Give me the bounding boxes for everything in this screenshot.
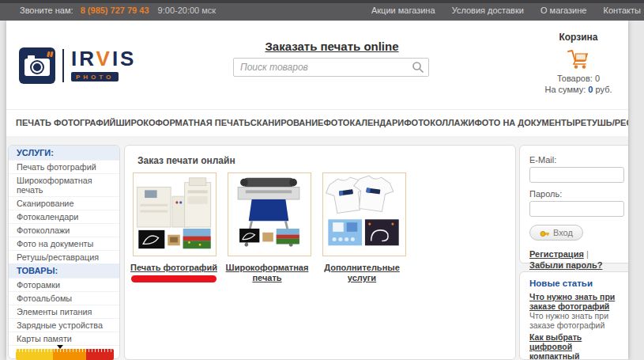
ruler-ticks <box>16 349 114 352</box>
sidebar-item-scanning[interactable]: Сканирование <box>9 196 119 210</box>
sidebar: УСЛУГИ: Печать фотографий Широкоформатна… <box>8 145 120 359</box>
article-link-order-photos[interactable]: Что нужно знать при заказе фотографий <box>529 292 624 311</box>
main-content: Заказ печати онлайн <box>124 145 516 360</box>
sidebar-item-frames[interactable]: Фоторамки <box>9 278 119 291</box>
cart-items-count: Товаров: 0 <box>537 73 620 84</box>
page-title: Заказ печати онлайн <box>125 146 515 166</box>
nav-item-calendars[interactable]: ФОТОКАЛЕНДАРИ <box>323 118 404 127</box>
topbar-link-about[interactable]: О магазине <box>540 6 586 15</box>
forgot-password-link[interactable]: Забыли пароль? <box>529 260 602 270</box>
topbar-links: Акции магазина Условия доставки О магази… <box>357 6 641 15</box>
card-wide-format-label[interactable]: Широкоформатная печать <box>218 263 316 283</box>
key-icon <box>540 228 549 237</box>
highlight-underline-bar <box>131 275 217 282</box>
tshirts-and-collages-image <box>323 173 404 254</box>
page: IRVIS PHOTO Заказать печать online Корзи… <box>6 21 628 360</box>
cart-title: Корзина <box>537 32 620 43</box>
sidebar-products-header: ТОВАРЫ: <box>9 263 119 278</box>
sidebar-item-albums[interactable]: Фотоальбомы <box>9 291 119 305</box>
minilab-machine-image <box>134 173 214 254</box>
cart-widget: Корзина Товаров: 0 На сумму: 0 руб. <box>537 32 620 95</box>
card-wide-format-image[interactable] <box>228 172 311 256</box>
working-hours: 9:00-20:00 мск <box>158 6 217 15</box>
login-button[interactable]: Вход <box>529 225 583 241</box>
topbar-link-delivery[interactable]: Условия доставки <box>452 6 524 15</box>
logo-name: IRVIS <box>71 49 136 68</box>
site-logo[interactable]: IRVIS PHOTO <box>19 47 136 84</box>
sidebar-item-batteries-power[interactable]: Элементы питания <box>9 305 119 318</box>
topbar-strip <box>0 0 644 3</box>
search-icon[interactable] <box>412 61 424 74</box>
sidebar-item-wide-format[interactable]: Широкоформатная печать <box>9 173 119 196</box>
sidebar-item-memory-cards[interactable]: Карты памяти <box>9 332 119 345</box>
article-link-choose-camera[interactable]: Как выбрать цифровой компактный фотоаппа… <box>529 332 624 360</box>
new-articles-panel: Новые статьи Что нужно знать при заказе … <box>519 271 628 360</box>
password-label: Пароль: <box>529 189 624 199</box>
register-link[interactable]: Регистрация <box>529 249 584 259</box>
cart-total: На сумму: 0 руб. <box>537 84 620 95</box>
nav-item-retouch[interactable]: РЕТУШЬ/РЕСТАВРАЦИЯ <box>575 118 628 127</box>
sidebar-item-calendars[interactable]: Фотокалендари <box>9 210 119 223</box>
login-button-label: Вход <box>553 228 573 237</box>
card-photo-print-image[interactable] <box>133 172 217 256</box>
nav-item-documents-photo[interactable]: ФОТО НА ДОКУМЕНТЫ <box>474 118 574 127</box>
topbar-link-contacts[interactable]: Контакты <box>603 6 641 15</box>
wide-format-printer-image <box>228 173 309 254</box>
ruler-banner[interactable] <box>16 345 114 360</box>
card-photo-print-label[interactable]: Печать фотографий <box>125 263 223 273</box>
camera-icon <box>19 47 55 84</box>
sidebar-item-collages[interactable]: Фотоколлажи <box>9 223 119 237</box>
logo-divider <box>62 49 64 82</box>
search-box <box>233 58 429 77</box>
nav-item-scanning[interactable]: СКАНИРОВАНИЕ <box>250 118 324 127</box>
sidebar-item-documents-photo[interactable]: Фото на документы <box>9 237 119 250</box>
links-divider: | <box>586 249 589 259</box>
email-label: E-Mail: <box>529 155 624 165</box>
sidebar-item-chargers[interactable]: Зарядные устройства <box>9 318 119 332</box>
topbar-link-promotions[interactable]: Акции магазина <box>371 6 435 15</box>
sidebar-item-photo-print[interactable]: Печать фотографий <box>9 160 119 173</box>
logo-subtitle: PHOTO <box>71 72 119 81</box>
ruler-marker <box>57 345 63 349</box>
sidebar-item-retouch[interactable]: Ретушь/реставрация <box>9 250 119 263</box>
phone-number[interactable]: 8 (985) 727 79 43 <box>81 6 149 15</box>
card-extra-services-label[interactable]: Дополнительные услуги <box>313 263 411 283</box>
nav-item-collages[interactable]: ФОТОКОЛЛАЖИ <box>404 118 474 127</box>
order-print-online-link[interactable]: Заказать печать online <box>265 40 398 53</box>
card-extra-services-image[interactable] <box>322 172 406 256</box>
call-us-label: Звоните нам: <box>20 6 73 15</box>
search-input[interactable] <box>233 58 429 77</box>
nav-item-photo-print[interactable]: ПЕЧАТЬ ФОТОГРАФИЙ <box>16 118 115 127</box>
sidebar-services-header: УСЛУГИ: <box>9 146 119 160</box>
password-field[interactable] <box>529 201 624 217</box>
articles-header: Новые статьи <box>529 279 624 288</box>
email-field[interactable] <box>529 167 624 183</box>
topbar: Звоните нам: 8 (985) 727 79 43 9:00-20:0… <box>0 0 644 21</box>
main-navigation: ПЕЧАТЬ ФОТОГРАФИЙ ШИРОКОФОРМАТНАЯ ПЕЧАТЬ… <box>6 109 628 135</box>
article-desc-order-photos: Что нужно знать при заказе фотографий <box>529 311 624 330</box>
login-panel: E-Mail: Пароль: Вход Регистрация | Забыл… <box>519 145 628 263</box>
nav-item-wide-format[interactable]: ШИРОКОФОРМАТНАЯ ПЕЧАТЬ <box>115 118 250 127</box>
cart-icon[interactable] <box>566 48 591 70</box>
